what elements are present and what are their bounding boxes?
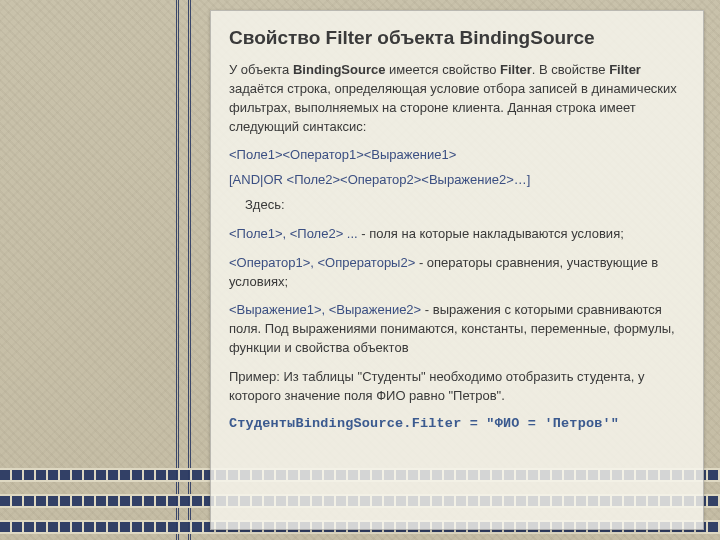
def-term: <Оператор1>, <Опрераторы2> [229,255,415,270]
def-term: <Выражение1>, <Выражение2> [229,302,421,317]
here-label: Здесь: [229,196,685,215]
text: имеется свойство [385,62,500,77]
decor-vline-1 [176,0,179,540]
def-text: - поля на которые накладываются условия; [358,226,624,241]
term-filter: Filter [500,62,532,77]
def-operators: <Оператор1>, <Опрераторы2> - операторы с… [229,254,685,292]
slide-title: Свойство Filter объекта BindingSource [229,27,685,49]
def-expressions: <Выражение1>, <Выражение2> - выражения с… [229,301,685,358]
decor-vline-2 [188,0,191,540]
code-line: СтудентыBindingSource.Filter = "ФИО = 'П… [229,416,685,431]
syntax-line-1: <Поле1><Оператор1><Выражение1> [229,146,685,165]
content-card: Свойство Filter объекта BindingSource У … [210,10,704,530]
example-intro: Пример: Из таблицы "Студенты" необходимо… [229,368,685,406]
term-bindingsource: BindingSource [293,62,385,77]
def-italic: выражениями [292,321,376,336]
syntax-line-2: [AND|OR <Поле2><Оператор2><Выражение2>…] [229,171,685,190]
text: У объекта [229,62,293,77]
def-fields: <Поле1>, <Поле2> ... - поля на которые н… [229,225,685,244]
text: задаётся строка, определяющая условие от… [229,81,677,134]
text: . В свойстве [532,62,609,77]
def-term: <Поле1>, <Поле2> ... [229,226,358,241]
term-filter: Filter [609,62,641,77]
intro-paragraph: У объекта BindingSource имеется свойство… [229,61,685,136]
